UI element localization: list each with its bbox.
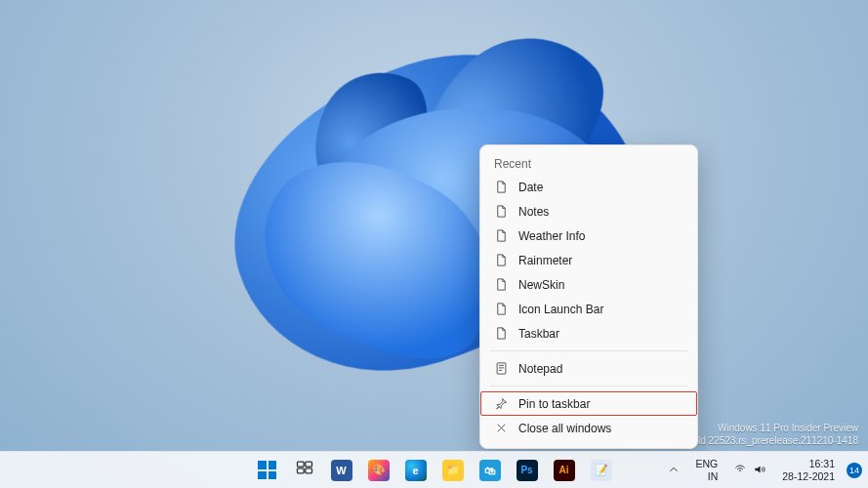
taskbar-app-notepad[interactable]: 📝: [586, 455, 617, 486]
action-close-all-windows[interactable]: Close all windows: [480, 416, 697, 440]
tray-lang1: ENG: [696, 458, 719, 469]
taskbar-app-edge[interactable]: e: [400, 455, 432, 486]
taskbar-app-word[interactable]: W: [326, 455, 357, 486]
recent-item-label: Notes: [518, 205, 549, 219]
tray-time: 16:31: [782, 458, 835, 469]
chevron-up-icon: [667, 463, 681, 478]
windows-logo-icon: [258, 461, 276, 479]
start-button[interactable]: [252, 455, 283, 486]
recent-item-iconlaunchbar[interactable]: Icon Launch Bar: [480, 297, 697, 321]
close-icon: [494, 421, 509, 435]
taskbar-app-illustrator[interactable]: Ai: [549, 455, 580, 486]
app-item-label: Notepad: [518, 362, 562, 376]
document-icon: [494, 204, 509, 219]
task-view-icon: [295, 458, 314, 482]
edge-icon: e: [405, 460, 427, 481]
tray-date: 28-12-2021: [782, 470, 835, 482]
task-view-button[interactable]: [289, 455, 320, 486]
tray-notification-badge[interactable]: 14: [847, 455, 862, 486]
taskbar-app-store[interactable]: 🛍: [475, 455, 506, 486]
volume-icon: [753, 463, 766, 478]
recent-item-label: Taskbar: [518, 327, 559, 341]
notification-count: 14: [847, 463, 862, 478]
tray-quick-settings[interactable]: [729, 455, 770, 486]
svg-rect-0: [497, 363, 506, 374]
system-tray: ENG IN 16:31 28-12-2021 14: [663, 452, 862, 488]
action-pin-to-taskbar[interactable]: Pin to taskbar: [480, 391, 697, 416]
photoshop-icon: Ps: [517, 460, 538, 481]
recent-item-label: Rainmeter: [518, 254, 572, 267]
recent-item-label: Date: [518, 181, 543, 194]
taskbar-app-photoshop[interactable]: Ps: [512, 455, 543, 486]
menu-separator: [490, 350, 687, 351]
document-icon: [494, 253, 509, 267]
jump-list-header: Recent: [480, 151, 697, 175]
action-label: Close all windows: [518, 422, 611, 435]
notepad-icon: [494, 361, 509, 376]
notepad-icon: 📝: [591, 460, 612, 481]
svg-rect-2: [305, 462, 311, 467]
taskbar-app-explorer[interactable]: 📁: [437, 455, 469, 486]
taskbar-app-paint[interactable]: 🎨: [363, 455, 394, 486]
recent-item-label: NewSkin: [518, 278, 564, 292]
menu-separator: [490, 386, 687, 386]
taskbar: W 🎨 e 📁 🛍 Ps Ai 📝 ENG IN: [0, 451, 868, 488]
svg-rect-1: [297, 462, 304, 467]
recent-item-notes[interactable]: Notes: [480, 199, 697, 224]
recent-item-newskin[interactable]: NewSkin: [480, 272, 697, 297]
recent-item-weather[interactable]: Weather Info: [480, 224, 697, 248]
svg-rect-3: [297, 468, 304, 473]
document-icon: [494, 277, 509, 292]
word-icon: W: [331, 460, 352, 481]
app-item-notepad[interactable]: Notepad: [480, 356, 697, 381]
store-icon: 🛍: [479, 460, 501, 481]
tray-clock-button[interactable]: 16:31 28-12-2021: [778, 455, 839, 486]
recent-item-label: Icon Launch Bar: [518, 303, 603, 316]
desktop[interactable]: Windows 11 Pro Insider Preview Evaluatio…: [0, 0, 868, 488]
illustrator-icon: Ai: [554, 460, 575, 481]
tray-lang2: IN: [696, 470, 719, 482]
recent-item-taskbar[interactable]: Taskbar: [480, 321, 697, 346]
recent-item-rainmeter[interactable]: Rainmeter: [480, 248, 697, 272]
paint-icon: 🎨: [368, 460, 390, 481]
document-icon: [494, 302, 509, 316]
document-icon: [494, 326, 509, 341]
svg-rect-4: [305, 468, 311, 473]
recent-item-label: Weather Info: [518, 229, 585, 243]
document-icon: [494, 228, 509, 243]
action-label: Pin to taskbar: [518, 397, 590, 411]
tray-language-button[interactable]: ENG IN: [692, 455, 723, 486]
taskbar-center: W 🎨 e 📁 🛍 Ps Ai 📝: [252, 455, 617, 486]
pin-icon: [494, 396, 509, 411]
tray-overflow-button[interactable]: [663, 455, 684, 486]
wifi-icon: [733, 463, 747, 478]
recent-item-date[interactable]: Date: [480, 175, 697, 199]
file-explorer-icon: 📁: [442, 460, 464, 481]
document-icon: [494, 180, 509, 194]
jump-list-menu: Recent Date Notes Weather Info Rainmeter…: [479, 144, 698, 449]
